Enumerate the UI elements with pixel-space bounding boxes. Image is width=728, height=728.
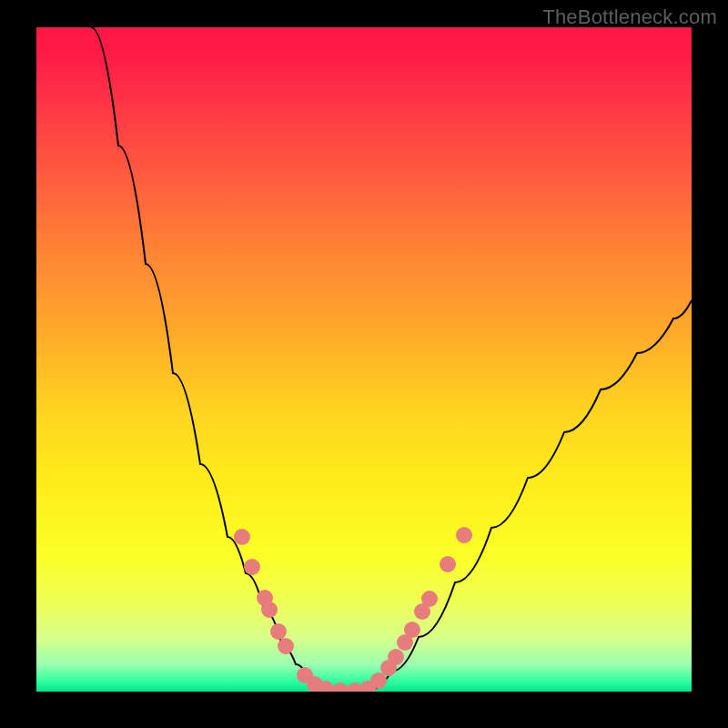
curve-layer (36, 27, 692, 692)
left-curve (91, 27, 320, 690)
marker-dot (234, 529, 250, 545)
marker-dot (421, 591, 438, 607)
marker-dot (388, 649, 404, 665)
marker-dot (404, 622, 420, 638)
marker-dot (370, 672, 387, 689)
watermark-text: TheBottleneck.com (542, 5, 717, 29)
plot-area (36, 27, 692, 692)
marker-dot (261, 602, 278, 618)
marker-dot (332, 682, 349, 692)
marker-dot (278, 638, 294, 654)
marker-dot (244, 559, 260, 575)
marker-dot (456, 527, 472, 543)
chart-frame: TheBottleneck.com (0, 0, 728, 728)
marker-group (234, 527, 472, 692)
valley-curve (91, 27, 692, 692)
marker-dot (440, 556, 456, 572)
marker-dot (270, 623, 287, 640)
